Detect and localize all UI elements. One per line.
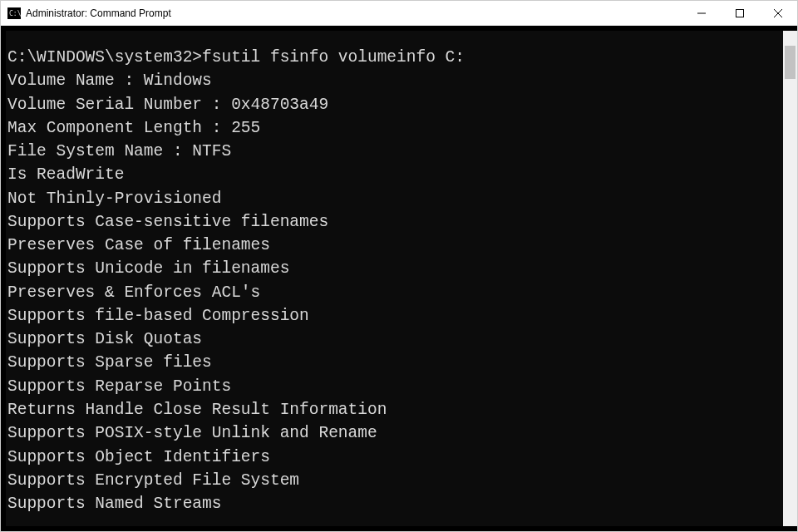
svg-text:C:\: C:\: [9, 10, 21, 17]
window-controls: [682, 1, 797, 25]
command-prompt-window: C:\ Administrator: Command Prompt C:\WIN…: [0, 0, 798, 532]
minimize-button[interactable]: [682, 1, 721, 25]
maximize-button[interactable]: [721, 1, 759, 25]
terminal-output[interactable]: C:\WINDOWS\system32>fsutil fsinfo volume…: [6, 31, 783, 526]
vertical-scrollbar[interactable]: [783, 31, 797, 526]
terminal-area: C:\WINDOWS\system32>fsutil fsinfo volume…: [1, 26, 797, 531]
svg-rect-4: [736, 9, 744, 17]
close-button[interactable]: [759, 1, 797, 25]
titlebar[interactable]: C:\ Administrator: Command Prompt: [1, 1, 797, 26]
window-title: Administrator: Command Prompt: [26, 7, 682, 19]
cmd-icon: C:\: [7, 7, 21, 19]
scrollbar-thumb[interactable]: [785, 46, 796, 79]
